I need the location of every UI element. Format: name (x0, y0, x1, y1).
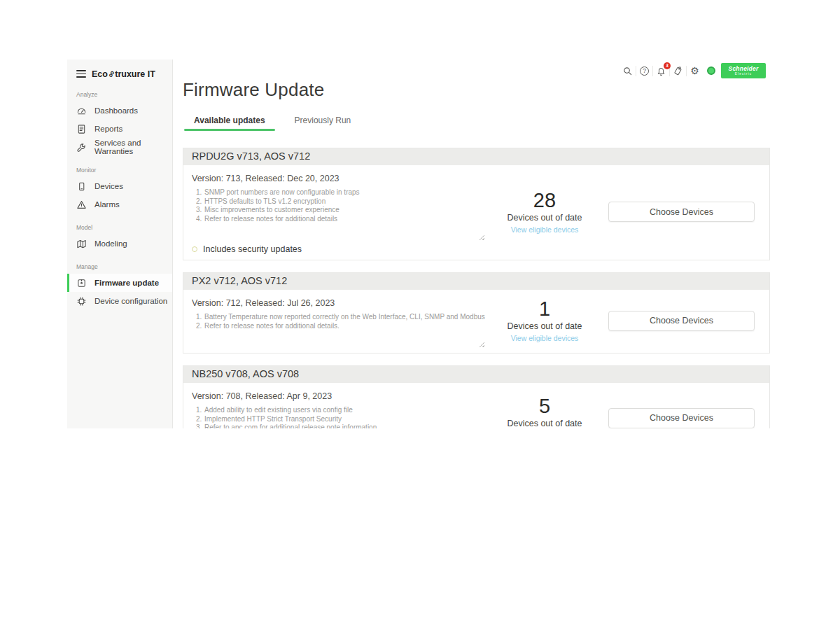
config-icon (76, 296, 87, 307)
brand-logo: Eco∞truxure IT (92, 69, 155, 79)
resize-handle-icon[interactable] (479, 234, 484, 240)
sidebar: Eco∞truxure IT AnalyzeDashboardsReportsS… (67, 59, 173, 428)
sidebar-item-firmware-update[interactable]: Firmware update (67, 274, 172, 292)
choose-devices-button[interactable]: Choose Devices (608, 202, 755, 222)
sidebar-item-label: Dashboards (94, 106, 138, 115)
devices-out-of-date-count: 5 (486, 395, 603, 417)
view-eligible-devices-link[interactable]: View eligible devices (511, 334, 579, 342)
user-avatar[interactable] (707, 66, 715, 75)
notification-badge: 3 (664, 62, 671, 69)
sidebar-item-label: Services and Warranties (94, 139, 172, 155)
sidebar-item-device-configuration[interactable]: Device configuration (67, 292, 172, 310)
release-note: Refer to apc.com for additional release … (204, 424, 486, 428)
modeling-icon (76, 239, 87, 249)
release-note: Misc improvements to customer experience (204, 206, 486, 215)
sidebar-item-label: Alarms (94, 200, 120, 209)
version-line: Version: 708, Released: Apr 9, 2023 (192, 391, 486, 401)
view-eligible-devices-link[interactable]: View eligible devices (511, 225, 579, 234)
release-note: HTTPS defaults to TLS v1.2 encryption (204, 197, 486, 206)
sidebar-item-label: Reports (94, 125, 122, 133)
sidebar-item-devices[interactable]: Devices (67, 177, 172, 195)
nav-section-label-monitor: Monitor (76, 167, 172, 174)
sidebar-item-modeling[interactable]: Modeling (67, 234, 172, 253)
nav-section-label-model: Model (76, 224, 172, 231)
divider (636, 66, 636, 76)
version-line: Version: 712, Released: Jul 26, 2023 (192, 298, 486, 308)
release-notes-list: SNMP port numbers are now configurable i… (192, 188, 486, 223)
nav-section-label-analyze: Analyze (76, 91, 172, 98)
sidebar-item-label: Device configuration (94, 297, 167, 305)
firmware-card: RPDU2G v713, AOS v712 Version: 713, Rele… (183, 148, 770, 260)
resize-handle-icon[interactable] (479, 342, 484, 347)
tab-available-updates[interactable]: Available updates (183, 114, 276, 131)
sidebar-item-label: Modeling (94, 239, 127, 248)
search-icon[interactable] (622, 65, 634, 77)
sidebar-item-label: Devices (94, 182, 123, 190)
dashboard-icon (76, 106, 87, 116)
sidebar-item-dashboards[interactable]: Dashboards (67, 102, 172, 120)
app-window: Eco∞truxure IT AnalyzeDashboardsReportsS… (67, 59, 773, 428)
services-icon (76, 142, 87, 153)
alarm-icon (76, 200, 87, 210)
sidebar-nav: AnalyzeDashboardsReportsServices and War… (67, 91, 172, 310)
release-note: Added ability to edit existing users via… (204, 406, 486, 415)
main-panel: ? 3 ⚙ Schneider Electric Firmware Update (173, 59, 773, 428)
sidebar-item-alarms[interactable]: Alarms (67, 195, 172, 214)
card-title: PX2 v712, AOS v712 (183, 273, 769, 290)
devices-summary: 1 Devices out of date View eligible devi… (486, 298, 603, 344)
release-note: Implemented HTTP Strict Transport Securi… (204, 415, 486, 424)
sidebar-item-label: Firmware update (94, 279, 159, 287)
devices-out-of-date-label: Devices out of date (486, 213, 603, 223)
devices-out-of-date-count: 1 (486, 298, 603, 320)
release-note: Battery Temperature now reported correct… (204, 313, 486, 322)
firmware-icon (76, 278, 87, 288)
firmware-card-list: RPDU2G v713, AOS v712 Version: 713, Rele… (183, 148, 770, 428)
divider (652, 66, 653, 76)
help-icon[interactable]: ? (638, 65, 650, 77)
tabs: Available updates Previously Run (183, 114, 773, 131)
nav-section-label-manage: Manage (76, 263, 172, 270)
release-notes-list: Battery Temperature now reported correct… (192, 313, 486, 330)
release-note: SNMP port numbers are now configurable i… (204, 188, 486, 197)
devices-summary: 28 Devices out of date View eligible dev… (486, 189, 603, 235)
brand: Eco∞truxure IT (67, 59, 172, 80)
card-title: NB250 v708, AOS v708 (183, 366, 769, 383)
devices-summary: 5 Devices out of date View eligible devi… (486, 395, 603, 428)
report-icon (76, 124, 87, 134)
version-line: Version: 713, Released: Dec 20, 2023 (192, 174, 486, 183)
choose-devices-button[interactable]: Choose Devices (608, 311, 755, 331)
sidebar-item-services-and-warranties[interactable]: Services and Warranties (67, 138, 172, 156)
devices-out-of-date-count: 28 (486, 189, 603, 211)
menu-icon[interactable] (76, 69, 86, 79)
release-notes-list: Added ability to edit existing users via… (192, 406, 486, 428)
topbar: ? 3 ⚙ Schneider Electric (621, 63, 766, 78)
release-note: Refer to release notes for additional de… (204, 215, 486, 224)
devices-icon (76, 181, 87, 192)
sidebar-item-reports[interactable]: Reports (67, 120, 172, 138)
tab-previously-run[interactable]: Previously Run (284, 114, 363, 131)
choose-devices-button[interactable]: Choose Devices (608, 408, 755, 428)
tag-icon[interactable] (672, 65, 684, 77)
security-dot-icon (192, 246, 197, 252)
release-note: Refer to release notes for additional de… (204, 322, 486, 331)
schneider-electric-logo: Schneider Electric (721, 63, 766, 78)
notifications-bell-icon[interactable]: 3 (655, 65, 667, 77)
devices-out-of-date-label: Devices out of date (486, 321, 603, 331)
security-note: Includes security updates (192, 244, 486, 254)
page-title: Firmware Update (183, 79, 773, 101)
devices-out-of-date-label: Devices out of date (486, 419, 603, 428)
firmware-card: NB250 v708, AOS v708 Version: 708, Relea… (183, 365, 770, 428)
divider (686, 66, 687, 76)
card-title: RPDU2G v713, AOS v712 (183, 148, 769, 165)
settings-gear-icon[interactable]: ⚙ (689, 65, 701, 77)
security-note-label: Includes security updates (203, 244, 302, 254)
firmware-card: PX2 v712, AOS v712 Version: 712, Release… (183, 272, 770, 354)
